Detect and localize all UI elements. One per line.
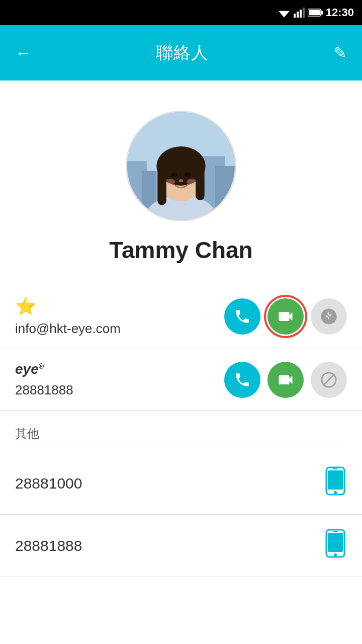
avatar: [126, 111, 236, 221]
svg-point-22: [187, 179, 197, 185]
phone-icon-2: [234, 371, 251, 388]
svg-point-32: [334, 491, 337, 494]
contact-email-value: info@hkt-eye.com: [15, 321, 224, 337]
video-button-email[interactable]: [267, 298, 304, 335]
svg-rect-7: [309, 10, 320, 15]
contact-row-email: ⭐ info@hkt-eye.com: [0, 284, 362, 349]
svg-point-23: [179, 179, 183, 182]
other-phone-2: 28881888: [15, 537, 82, 554]
status-icons: 12:30: [278, 6, 354, 19]
video-icon-2: [277, 371, 295, 389]
svg-point-20: [185, 173, 191, 178]
svg-rect-37: [333, 531, 338, 532]
svg-point-21: [165, 179, 175, 185]
contact-phone-value: 28881888: [15, 382, 224, 398]
svg-rect-33: [333, 468, 338, 469]
smartphone-icon-2: [324, 529, 347, 558]
svg-rect-25: [196, 161, 205, 200]
svg-point-36: [334, 553, 337, 556]
other-phone-row-2: 28881888: [0, 515, 362, 577]
call-button-email[interactable]: [224, 298, 260, 335]
battery-icon: [308, 8, 323, 17]
contact-row-phone: eye® 28881888: [0, 349, 362, 411]
contact-name: Tammy Chan: [0, 236, 362, 284]
wifi-icon: [278, 8, 291, 18]
svg-rect-2: [297, 12, 299, 18]
contact-actions-email: [224, 298, 347, 335]
video-icon: [277, 307, 295, 326]
back-button[interactable]: ←: [15, 44, 31, 62]
status-time: 12:30: [326, 6, 354, 19]
disabled-button-phone: [311, 362, 347, 398]
page-title: 聯絡人: [156, 41, 209, 64]
svg-rect-1: [294, 14, 296, 18]
star-icon: ⭐: [15, 296, 224, 316]
contact-content: Tammy Chan ⭐ info@hkt-eye.com: [0, 80, 362, 577]
svg-rect-31: [328, 470, 343, 490]
disabled-button-email: [311, 298, 347, 335]
contact-actions-phone: [224, 362, 347, 398]
svg-point-19: [171, 173, 177, 178]
other-phone-row-1: 28881000: [0, 452, 362, 515]
svg-rect-6: [321, 11, 323, 15]
other-phone-1: 28881000: [15, 475, 82, 492]
svg-rect-24: [157, 161, 166, 205]
status-bar: 12:30: [0, 0, 362, 25]
edit-button[interactable]: ✎: [333, 43, 347, 62]
phone-icon: [234, 308, 251, 325]
svg-line-29: [323, 374, 335, 385]
mobile-icon-1: [324, 466, 347, 500]
svg-rect-12: [215, 166, 235, 220]
contact-row-info-email: ⭐ info@hkt-eye.com: [15, 296, 224, 337]
avatar-image: [127, 112, 235, 220]
contact-row-info-phone: eye® 28881888: [15, 361, 224, 398]
signal-icon: [294, 8, 305, 18]
app-bar: ← 聯絡人 ✎: [0, 25, 362, 80]
svg-marker-0: [279, 11, 290, 18]
smartphone-icon-1: [324, 466, 347, 496]
video-button-phone[interactable]: [267, 362, 304, 398]
blocked-icon: [320, 308, 337, 325]
mobile-icon-2: [324, 529, 347, 562]
eye-logo-icon: eye®: [15, 361, 224, 377]
svg-rect-3: [300, 10, 302, 18]
svg-rect-4: [303, 8, 305, 18]
svg-rect-35: [328, 533, 343, 552]
avatar-section: [0, 80, 362, 236]
call-button-phone[interactable]: [224, 362, 260, 398]
section-header-other: 其他: [0, 411, 362, 452]
blocked-icon-2: [320, 371, 337, 388]
